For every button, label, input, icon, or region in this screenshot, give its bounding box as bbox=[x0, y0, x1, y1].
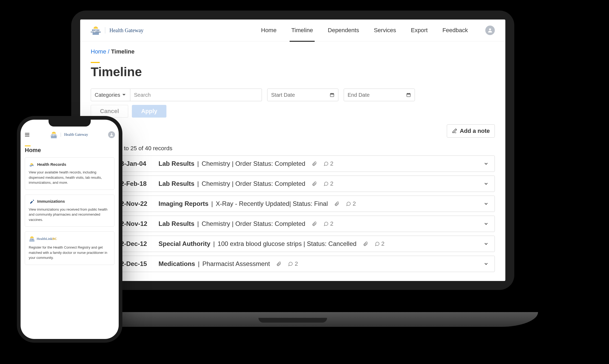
comments[interactable]: 2 bbox=[323, 220, 333, 227]
categories-label: Categories bbox=[95, 92, 120, 98]
card-text: View your available health records, incl… bbox=[29, 170, 111, 185]
comments[interactable]: 2 bbox=[346, 200, 356, 207]
card-title: Immunizations bbox=[37, 199, 65, 203]
app-body: Home / Timeline Timeline C bbox=[80, 41, 505, 281]
breadcrumb-home[interactable]: Home bbox=[91, 48, 106, 55]
categories-dropdown[interactable]: Categories bbox=[91, 89, 130, 101]
timeline-row[interactable]: 2022-Nov-12Lab Results | Chemistry | Ord… bbox=[91, 216, 495, 232]
timeline-rows: 2023-Jan-04Lab Results | Chemistry | Ord… bbox=[91, 156, 495, 272]
sun-icon bbox=[29, 161, 35, 167]
row-content: Special Authority | 100 extra blood gluc… bbox=[159, 240, 357, 247]
breadcrumb-current: Timeline bbox=[111, 48, 135, 55]
nav-export[interactable]: Export bbox=[409, 20, 429, 42]
start-date-placeholder: Start Date bbox=[271, 92, 295, 98]
actions-row: Add a note bbox=[91, 124, 495, 138]
comment-count: 2 bbox=[330, 160, 333, 167]
row-meta: 100 extra blood glucose strips | Status:… bbox=[218, 240, 357, 247]
card-healthlink[interactable]: BRITISH COLUMBIA HealthLinkBC Register f… bbox=[25, 231, 114, 265]
search-placeholder: Search bbox=[134, 92, 151, 98]
mobile-body: Home Health Records View your available … bbox=[21, 143, 119, 265]
end-date-input[interactable]: End Date bbox=[344, 89, 415, 101]
main-nav: Home Timeline Dependents Services Export… bbox=[260, 20, 469, 42]
card-health-records[interactable]: Health Records View your available healt… bbox=[25, 157, 114, 190]
expand-icon[interactable] bbox=[483, 261, 489, 266]
svg-rect-3 bbox=[331, 93, 332, 94]
timeline-row[interactable]: 2022-Feb-18Lab Results | Chemistry | Ord… bbox=[91, 176, 495, 192]
mobile-app: BRITISH COLUMBIA Health Gateway Home bbox=[21, 120, 119, 339]
end-date-placeholder: End Date bbox=[348, 92, 370, 98]
search-input[interactable]: Search bbox=[130, 89, 262, 101]
comments[interactable]: 2 bbox=[323, 180, 333, 187]
row-content: Lab Results | Chemistry | Order Status: … bbox=[159, 160, 305, 167]
mobile-title-accent bbox=[25, 145, 31, 146]
attachment-icon[interactable] bbox=[312, 181, 317, 186]
card-title: Health Records bbox=[37, 162, 66, 167]
brand-logo: BRITISH COLUMBIA Health Gateway bbox=[91, 26, 143, 35]
mobile-user-avatar[interactable] bbox=[108, 131, 115, 138]
comment-count: 2 bbox=[330, 180, 333, 187]
user-icon bbox=[487, 27, 493, 33]
row-title: Lab Results bbox=[159, 160, 194, 167]
hamburger-icon[interactable] bbox=[24, 132, 30, 138]
row-title: Lab Results bbox=[159, 180, 194, 187]
nav-dependents[interactable]: Dependents bbox=[326, 20, 361, 42]
timeline-row[interactable]: 2022-Dec-12Special Authority | 100 extra… bbox=[91, 236, 495, 252]
phone-mockup: BRITISH COLUMBIA Health Gateway Home bbox=[17, 116, 122, 343]
expand-icon[interactable] bbox=[483, 201, 489, 206]
row-meta: Pharmacist Assessment bbox=[202, 260, 270, 267]
timeline-row[interactable]: 2023-Jan-04Lab Results | Chemistry | Ord… bbox=[91, 156, 495, 172]
row-content: Lab Results | Chemistry | Order Status: … bbox=[159, 180, 305, 187]
attachment-icon[interactable] bbox=[312, 161, 317, 166]
brand-name: Health Gateway bbox=[109, 27, 143, 33]
cancel-button[interactable]: Cancel bbox=[91, 105, 128, 118]
mobile-page-title: Home bbox=[25, 147, 114, 154]
user-avatar[interactable] bbox=[485, 26, 495, 35]
attachment-icon[interactable] bbox=[363, 241, 368, 246]
filters-row: Categories Search Start Date bbox=[91, 89, 495, 101]
row-meta: Chemistry | Order Status: Completed bbox=[202, 160, 305, 167]
nav-home[interactable]: Home bbox=[260, 20, 278, 42]
calendar-icon bbox=[330, 93, 334, 97]
comment-count: 2 bbox=[330, 220, 333, 227]
mobile-brand-logo: BRITISH COLUMBIA Health Gateway bbox=[50, 131, 88, 138]
timeline-row[interactable]: 2022-Nov-22Imaging Reports | X-Ray - Rec… bbox=[91, 196, 495, 212]
title-accent-bar bbox=[91, 62, 100, 63]
breadcrumb-sep: / bbox=[108, 48, 109, 55]
row-content: Medications | Pharmacist Assessment bbox=[159, 260, 270, 268]
bc-line1: BRITISH bbox=[92, 29, 99, 31]
card-text: Register for the Health Connect Registry… bbox=[29, 245, 111, 260]
comments[interactable]: 2 bbox=[288, 260, 298, 267]
row-content: Imaging Reports | X-Ray - Recently Updat… bbox=[159, 200, 328, 207]
attachment-icon[interactable] bbox=[276, 261, 281, 266]
add-note-button[interactable]: Add a note bbox=[447, 124, 495, 138]
app-header: BRITISH COLUMBIA Health Gateway Home Tim… bbox=[80, 20, 505, 41]
svg-point-17 bbox=[111, 133, 112, 135]
apply-button[interactable]: Apply bbox=[132, 105, 166, 118]
timeline-row[interactable]: 2022-Dec-15Medications | Pharmacist Asse… bbox=[91, 256, 495, 272]
nav-timeline[interactable]: Timeline bbox=[290, 20, 314, 42]
start-date-input[interactable]: Start Date bbox=[267, 89, 338, 101]
page-title: Timeline bbox=[91, 65, 495, 79]
expand-icon[interactable] bbox=[483, 181, 489, 186]
nav-services[interactable]: Services bbox=[372, 20, 397, 42]
healthlink-bc: BC bbox=[52, 237, 57, 241]
attachment-icon[interactable] bbox=[334, 201, 339, 206]
svg-rect-7 bbox=[407, 93, 408, 94]
mobile-brand-name: Health Gateway bbox=[64, 133, 88, 137]
laptop-notch bbox=[258, 318, 327, 323]
row-title: Lab Results bbox=[159, 220, 194, 227]
nav-feedback[interactable]: Feedback bbox=[441, 20, 469, 42]
row-title: Special Authority bbox=[159, 240, 210, 247]
bc-line2: COLUMBIA bbox=[91, 31, 101, 33]
expand-icon[interactable] bbox=[483, 221, 489, 226]
row-meta: Chemistry | Order Status: Completed bbox=[202, 220, 305, 227]
attachment-icon[interactable] bbox=[312, 221, 317, 226]
comment-count: 2 bbox=[381, 240, 385, 247]
card-immunizations[interactable]: Immunizations View immunizations you rec… bbox=[25, 195, 114, 227]
comments[interactable]: 2 bbox=[375, 240, 385, 247]
expand-icon[interactable] bbox=[483, 241, 489, 246]
comments[interactable]: 2 bbox=[323, 160, 333, 167]
breadcrumb: Home / Timeline bbox=[91, 41, 495, 55]
expand-icon[interactable] bbox=[483, 161, 489, 166]
row-meta: X-Ray - Recently Updated| Status: Final bbox=[216, 200, 328, 207]
